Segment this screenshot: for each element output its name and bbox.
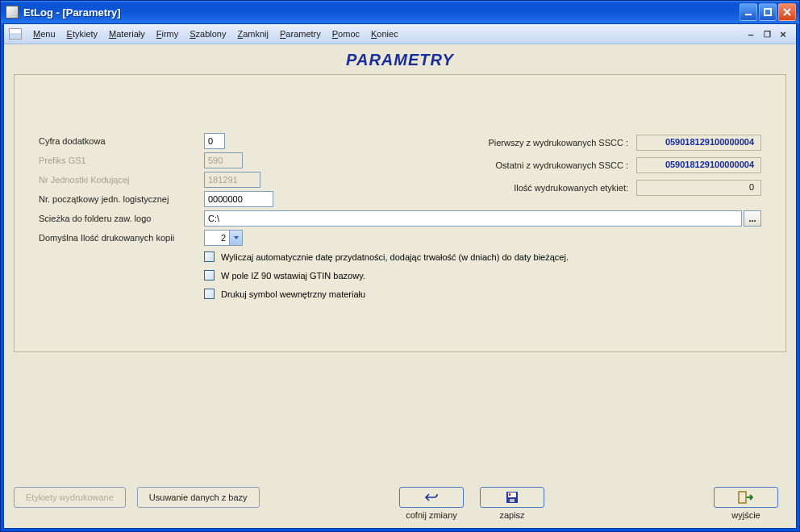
- browse-button[interactable]: ...: [744, 210, 761, 227]
- menu-menu[interactable]: Menu: [28, 27, 60, 41]
- sciezka-input[interactable]: [204, 210, 742, 227]
- menu-pomoc[interactable]: Pomoc: [327, 27, 365, 41]
- check-auto-date-row: Wyliczaj automatycznie datę przydatności…: [204, 251, 761, 262]
- menu-items: Menu Etykiety Materiały Firmy Szablony Z…: [28, 27, 744, 41]
- check-symbol-label: Drukuj symbol wewnętrzny materiału: [221, 289, 365, 299]
- save-icon: [506, 491, 519, 504]
- first-sscc-value: 059018129100000004: [636, 135, 761, 151]
- cyfra-label: Cyfra dodatkowa: [39, 136, 204, 146]
- client-area: Menu Etykiety Materiały Firmy Szablony Z…: [3, 23, 797, 529]
- window-title: EtLog - [Parametry]: [23, 6, 740, 19]
- mdi-system-icon[interactable]: [9, 28, 22, 39]
- check-iz90-row: W pole IZ 90 wstawiaj GTIN bazowy.: [204, 270, 761, 281]
- jednostka-input: [204, 172, 260, 188]
- menu-koniec[interactable]: Koniec: [366, 27, 403, 41]
- check-symbol[interactable]: [204, 289, 215, 299]
- prefiks-input: [204, 152, 243, 168]
- undo-caption: cofnij zmiany: [406, 510, 457, 520]
- menu-firmy[interactable]: Firmy: [152, 27, 184, 41]
- mdi-restore-button[interactable]: ❐: [760, 28, 773, 39]
- exit-caption: wyjście: [731, 510, 760, 520]
- bottom-toolbar: Etykiety wydrukowane Usuwanie danych z b…: [14, 382, 786, 520]
- menu-materialy[interactable]: Materiały: [104, 27, 150, 41]
- poczatkowy-input[interactable]: [204, 191, 273, 207]
- content: PARAMETRY Pierwszy z wydrukowanych SSCC …: [4, 44, 796, 528]
- check-iz90[interactable]: [204, 270, 215, 281]
- menu-szablony[interactable]: Szablony: [185, 27, 231, 41]
- undo-icon: [424, 492, 439, 503]
- svg-rect-7: [509, 493, 510, 496]
- kopie-value: 2: [205, 233, 229, 243]
- menubar: Menu Etykiety Materiały Firmy Szablony Z…: [4, 24, 796, 44]
- first-sscc-label: Pierwszy z wydrukowanych SSCC :: [488, 138, 628, 148]
- last-sscc-label: Ostatni z wydrukowanych SSCC :: [496, 160, 628, 170]
- svg-rect-8: [739, 492, 746, 503]
- check-auto-date[interactable]: [204, 251, 215, 262]
- kopie-spinner[interactable]: 2: [204, 230, 243, 246]
- cyfra-input[interactable]: [204, 133, 225, 149]
- jednostka-label: Nr Jednostki Kodującej: [39, 175, 204, 185]
- save-button[interactable]: [480, 487, 544, 508]
- save-caption: zapisz: [499, 510, 524, 520]
- sciezka-label: Scieżka do folderu zaw. logo: [39, 214, 204, 223]
- application-window: EtLog - [Parametry] Menu Etykiety Materi…: [0, 0, 800, 532]
- check-auto-date-label: Wyliczaj automatycznie datę przydatności…: [221, 252, 569, 262]
- page-title: PARAMETRY: [14, 51, 786, 69]
- titlebar: EtLog - [Parametry]: [1, 1, 799, 23]
- menu-zamknij[interactable]: Zamknij: [232, 27, 273, 41]
- count-label: Ilość wydrukowanych etykiet:: [514, 183, 628, 193]
- check-iz90-label: W pole IZ 90 wstawiaj GTIN bazowy.: [221, 271, 365, 281]
- chevron-down-icon[interactable]: [229, 231, 242, 245]
- poczatkowy-label: Nr. początkowy jedn. logistycznej: [39, 194, 204, 204]
- usuwanie-button[interactable]: Usuwanie danych z bazy: [137, 487, 260, 508]
- count-value: 0: [636, 180, 761, 196]
- etykiety-button: Etykiety wydrukowane: [14, 487, 126, 508]
- parameters-panel: Pierwszy z wydrukowanych SSCC : 05901812…: [14, 74, 786, 352]
- menu-etykiety[interactable]: Etykiety: [62, 27, 103, 41]
- svg-rect-6: [510, 499, 515, 502]
- check-symbol-row: Drukuj symbol wewnętrzny materiału: [204, 289, 761, 299]
- last-sscc-value: 059018129100000004: [636, 157, 761, 173]
- app-icon: [6, 6, 19, 19]
- mdi-minimize-button[interactable]: –: [744, 28, 757, 39]
- maximize-button[interactable]: [759, 3, 777, 21]
- menu-parametry[interactable]: Parametry: [275, 27, 326, 41]
- undo-button[interactable]: [399, 487, 464, 508]
- close-button[interactable]: [778, 3, 796, 21]
- prefiks-label: Prefiks GS1: [39, 156, 204, 165]
- mdi-close-button[interactable]: ×: [777, 28, 790, 39]
- svg-rect-1: [765, 9, 771, 15]
- exit-button[interactable]: [714, 487, 778, 508]
- print-stats: Pierwszy z wydrukowanych SSCC : 05901812…: [431, 131, 761, 199]
- kopie-label: Domyślna Ilość drukowanych kopii: [39, 233, 204, 243]
- minimize-button[interactable]: [740, 3, 757, 21]
- exit-icon: [738, 491, 754, 504]
